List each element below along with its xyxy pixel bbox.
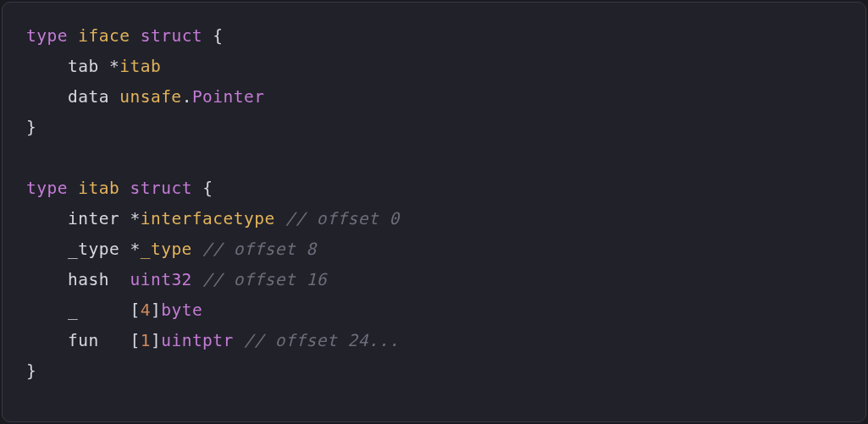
token-cmt: // offset 24...	[244, 331, 400, 350]
code-line: fun [1]uintptr // offset 24...	[26, 326, 842, 356]
code-line: data unsafe.Pointer	[26, 82, 842, 113]
token-num: 4	[141, 300, 151, 320]
indent	[26, 270, 68, 289]
code-line: hash uint32 // offset 16	[26, 265, 842, 295]
token-typ: byte	[161, 300, 202, 320]
code-line: _type *_type // offset 8	[26, 234, 842, 265]
token-op: .	[182, 87, 192, 107]
code-line: }	[26, 356, 842, 387]
code-line: inter *interfacetype // offset 0	[26, 204, 842, 234]
token-kw: struct	[141, 26, 202, 46]
token-id: tab *	[68, 57, 119, 76]
token-id: _ [	[68, 300, 141, 320]
token-name: unsafe	[119, 87, 181, 107]
code-block: type iface struct { tab *itab data unsaf…	[2, 2, 866, 422]
token-op	[275, 209, 285, 229]
token-typ: uintptr	[161, 331, 234, 350]
token-op: }	[26, 361, 36, 381]
code-line: _ [4]byte	[26, 295, 842, 326]
token-id: _type *	[68, 240, 141, 259]
token-cmt: // offset 8	[202, 240, 317, 259]
token-cmt: // offset 0	[285, 209, 400, 229]
code-content: type iface struct { tab *itab data unsaf…	[26, 21, 842, 387]
indent	[26, 57, 68, 76]
token-kw: type	[26, 179, 68, 198]
code-line	[26, 143, 842, 173]
indent	[26, 331, 68, 350]
token-id: ]	[151, 300, 161, 320]
token-op: }	[26, 118, 36, 137]
token-id: ]	[151, 331, 161, 350]
token-id: hash	[68, 270, 130, 289]
token-name: interfacetype	[141, 209, 275, 229]
code-line: type itab struct {	[26, 173, 842, 204]
token-kw: type	[26, 26, 68, 46]
code-line: }	[26, 113, 842, 143]
token-id: data	[68, 87, 119, 107]
token-typ: uint32	[130, 270, 191, 289]
token-name: itab	[119, 57, 161, 76]
indent	[26, 300, 68, 320]
token-op	[68, 26, 78, 46]
token-num: 1	[141, 331, 151, 350]
token-op: {	[202, 26, 223, 46]
token-op	[234, 331, 244, 350]
token-op	[130, 26, 140, 46]
token-name: iface	[78, 26, 130, 46]
token-op	[192, 240, 202, 259]
code-line: tab *itab	[26, 52, 842, 82]
token-id: inter *	[68, 209, 141, 229]
token-op	[192, 270, 202, 289]
token-cmt: // offset 16	[202, 270, 327, 289]
token-name: _type	[141, 240, 192, 259]
token-op	[68, 179, 78, 198]
token-id: fun [	[68, 331, 141, 350]
token-op	[119, 179, 130, 198]
token-op: {	[192, 179, 213, 198]
indent	[26, 240, 68, 259]
indent	[26, 209, 68, 229]
indent	[26, 87, 68, 107]
code-line: type iface struct {	[26, 21, 842, 52]
token-name: itab	[78, 179, 119, 198]
token-kw: struct	[130, 179, 191, 198]
token-typ: Pointer	[192, 87, 265, 107]
